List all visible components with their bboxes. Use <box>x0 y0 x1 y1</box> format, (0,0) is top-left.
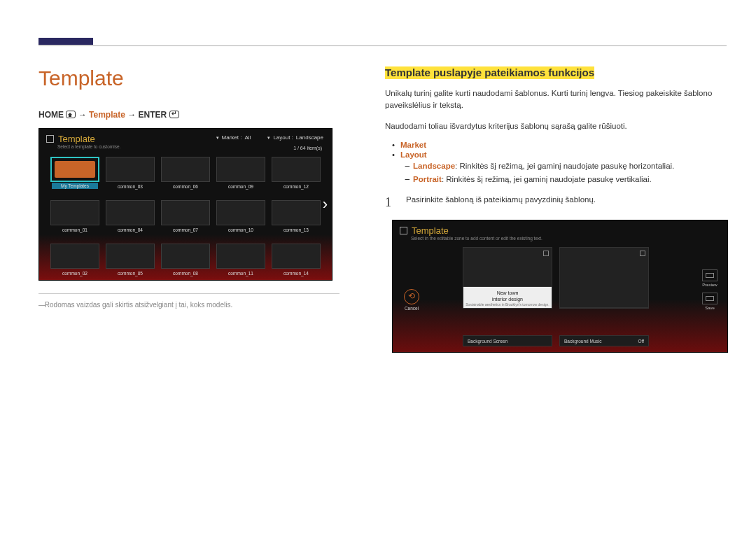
s2-header: Template <box>393 220 727 237</box>
thumb[interactable]: common_13 <box>272 200 321 225</box>
intro-paragraph-1: Unikalų turinį galite kurti naudodami ša… <box>385 87 728 112</box>
market-filter[interactable]: ▾ Market : All <box>216 134 251 141</box>
panel-title: New town <box>463 290 552 296</box>
save-button[interactable] <box>702 293 718 304</box>
bc-template: Template <box>89 110 125 120</box>
thumb-my-templates[interactable]: My Templates <box>50 157 99 182</box>
thumb[interactable]: common_03 <box>106 157 155 182</box>
divider <box>38 293 340 294</box>
template-logo-icon <box>46 135 54 143</box>
sub-portrait: Portrait <box>413 175 442 183</box>
thumb[interactable]: common_01 <box>50 200 99 225</box>
enter-icon <box>169 111 179 118</box>
image-icon <box>543 251 549 256</box>
template-editor-screenshot: Template Select in the editable zone to … <box>392 220 728 353</box>
s1-title: Template <box>58 134 95 144</box>
back-arrow-icon: ⟲ <box>404 289 419 304</box>
breadcrumb: HOME → Template → ENTER <box>38 110 340 120</box>
thumb[interactable]: common_07 <box>161 200 210 225</box>
bullet-layout: Layout <box>400 150 427 159</box>
thumb[interactable]: common_06 <box>161 157 210 182</box>
panel-right[interactable] <box>559 247 649 309</box>
right-buttons: Preview Save <box>702 269 718 316</box>
bc-arrow-1: → <box>78 110 87 120</box>
thumb[interactable]: common_11 <box>216 244 265 269</box>
s1-subtitle: Select a template to customise. <box>57 144 332 149</box>
bc-home: HOME <box>38 110 64 120</box>
layout-label: Layout : <box>273 134 293 141</box>
thumb[interactable]: common_12 <box>272 157 321 182</box>
thumb[interactable]: common_10 <box>216 200 265 225</box>
panel-caption: Sustainable aesthetics in Brooklyn’s tom… <box>463 302 552 307</box>
layout-filter[interactable]: ▾ Layout : Landscape <box>267 134 323 141</box>
s2-subtitle: Select in the editable zone to add conte… <box>411 236 727 241</box>
step-text: Pasirinkite šabloną iš pateikiamų pavyzd… <box>406 195 596 210</box>
layout-value: Landscape <box>296 134 323 141</box>
cancel-button[interactable]: ⟲ Cancel <box>404 289 419 311</box>
panel-subtitle: interior design <box>463 296 552 302</box>
next-arrow-icon[interactable]: › <box>323 195 328 213</box>
bottom-buttons: Background Screen Background MusicOff <box>463 335 649 346</box>
preview-label: Preview <box>702 283 718 287</box>
thumb[interactable]: common_14 <box>272 244 321 269</box>
template-grid: My Templates common_03 common_06 common_… <box>50 157 321 269</box>
s1-filters: ▾ Market : All ▾ Layout : Landscape <box>216 134 323 141</box>
s2-title: Template <box>412 225 449 236</box>
header-rule <box>38 45 727 46</box>
layout-sublist: Landscape: Rinkitės šį režimą, jei gamin… <box>400 160 728 186</box>
bg-music-button[interactable]: Background MusicOff <box>559 335 649 346</box>
bg-screen-button[interactable]: Background Screen <box>463 335 552 346</box>
item-count: 1 / 64 item(s) <box>293 146 322 150</box>
chevron-down-icon: ▾ <box>216 135 219 141</box>
right-column: Template puslapyje pateikiamos funkcijos… <box>385 66 728 353</box>
step-1: 1 Pasirinkite šabloną iš pateikiamų pavy… <box>385 195 728 210</box>
editor-panels: New town interior design Sustainable aes… <box>463 247 649 309</box>
page-title: Template <box>38 66 340 90</box>
template-grid-screenshot: Template Select a template to customise.… <box>38 128 332 281</box>
header-accent <box>38 38 93 45</box>
sub-portrait-text: : Rinkitės šį režimą, jei gaminį naudoja… <box>442 175 652 183</box>
cancel-label: Cancel <box>404 306 419 311</box>
criteria-list: Market Layout Landscape: Rinkitės šį rež… <box>385 141 728 186</box>
model-note: Rodomas vaizdas gali skirtis atsižvelgia… <box>38 301 340 309</box>
step-number: 1 <box>385 195 393 210</box>
save-label: Save <box>702 306 718 310</box>
market-value: All <box>244 134 251 141</box>
preview-button[interactable] <box>702 269 718 281</box>
image-icon <box>640 251 645 256</box>
thumb[interactable]: common_09 <box>216 157 265 182</box>
market-label: Market : <box>222 134 242 141</box>
thumb[interactable]: common_05 <box>106 244 155 269</box>
home-icon <box>66 111 76 118</box>
panel-left[interactable]: New town interior design Sustainable aes… <box>463 247 552 309</box>
bc-arrow-2: → <box>127 110 136 120</box>
left-column: Template HOME → Template → ENTER Templat… <box>38 66 340 309</box>
thumb[interactable]: common_02 <box>50 244 99 269</box>
intro-paragraph-2: Naudodami toliau išvardytus kriterijus š… <box>385 120 728 132</box>
bullet-market: Market <box>400 141 426 149</box>
bc-enter: ENTER <box>139 110 167 120</box>
thumb[interactable]: common_08 <box>161 244 210 269</box>
section-title: Template puslapyje pateikiamos funkcijos <box>385 66 594 79</box>
template-logo-icon <box>400 227 407 234</box>
thumb[interactable]: common_04 <box>106 200 155 225</box>
sub-landscape: Landscape <box>413 162 455 170</box>
sub-landscape-text: : Rinkitės šį režimą, jei gaminį naudoja… <box>455 162 674 170</box>
chevron-down-icon: ▾ <box>267 135 270 141</box>
